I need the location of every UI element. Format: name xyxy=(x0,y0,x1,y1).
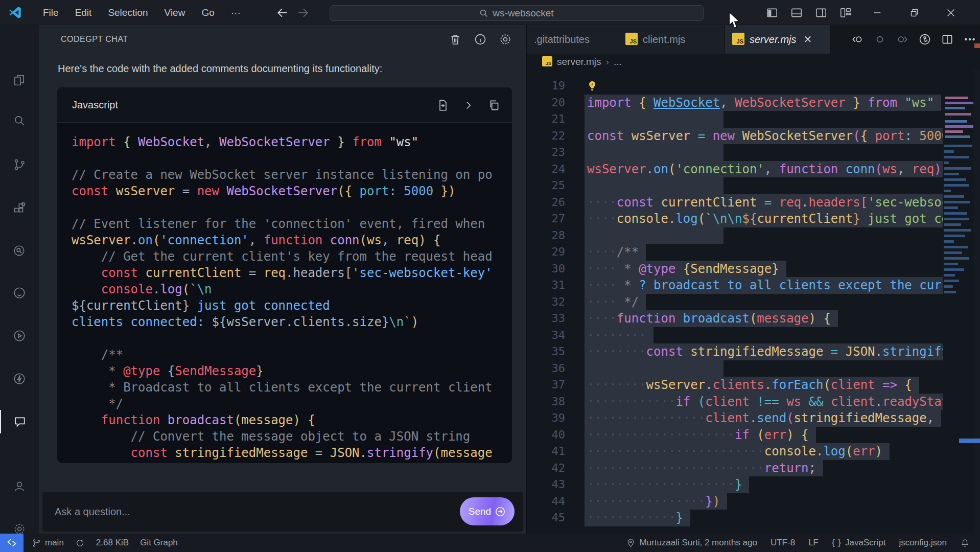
close-icon[interactable] xyxy=(945,7,956,18)
line-number: 38 xyxy=(527,394,565,410)
sync-icon xyxy=(75,538,85,548)
minimap-line xyxy=(944,212,967,215)
editor-line: 40····················if (err) { xyxy=(527,427,943,444)
activity-search-icon[interactable] xyxy=(0,109,39,132)
status-file-size[interactable]: 2.68 KiB xyxy=(96,538,129,548)
chat-code-line: wsServer.on('connection', function conn(… xyxy=(72,232,512,248)
editor-line: 21 xyxy=(527,111,943,128)
tab-server-mjs[interactable]: JSserver.mjs✕ xyxy=(725,25,830,54)
line-number: 44 xyxy=(527,493,565,510)
minimap-line xyxy=(945,102,973,104)
activity-run-circle-icon[interactable] xyxy=(0,324,39,348)
split-editor-icon[interactable] xyxy=(941,33,954,46)
window-controls xyxy=(872,0,956,25)
editor-line-text: ················client.send(stringifiedM… xyxy=(585,410,941,427)
insert-file-icon[interactable] xyxy=(436,99,450,112)
remote-indicator[interactable] xyxy=(0,534,24,552)
editor-line: 31···· * ? broadcast to all clients exce… xyxy=(527,277,943,294)
info-icon[interactable] xyxy=(474,33,487,46)
menu-item-moremoremore[interactable]: ··· xyxy=(225,5,247,20)
activity-explorer-icon[interactable] xyxy=(0,68,39,92)
activity-gitlens-inspect-icon[interactable] xyxy=(0,239,39,263)
breadcrumb-file[interactable]: server.mjs xyxy=(557,56,601,67)
menu-item-edit[interactable]: Edit xyxy=(69,5,98,20)
chat-code-line xyxy=(72,199,512,216)
send-button-label: Send xyxy=(469,506,491,517)
js-file-icon: JS xyxy=(625,33,638,46)
tab--gitattributes[interactable]: .gitattributes xyxy=(527,25,618,54)
minimap-line xyxy=(945,130,963,133)
close-tab-icon[interactable]: ✕ xyxy=(803,33,812,45)
search-icon xyxy=(479,9,488,18)
tab-client-mjs[interactable]: JSclient.mjs xyxy=(618,25,725,54)
layout-sidebar-left-icon[interactable] xyxy=(765,6,779,19)
insert-cursor-icon[interactable] xyxy=(462,99,475,112)
status-git-graph[interactable]: Git Graph xyxy=(140,538,178,548)
minimap[interactable] xyxy=(943,70,973,534)
minimap-line xyxy=(944,280,959,282)
status-blame-author[interactable]: Murtuzaali Surti, 2 months ago xyxy=(626,538,757,548)
restore-icon[interactable] xyxy=(908,7,920,18)
chat-code-line: /** xyxy=(72,347,512,363)
menu-item-view[interactable]: View xyxy=(158,5,192,20)
clear-chat-icon[interactable] xyxy=(449,33,462,46)
chat-assistant-message: Here's the code with the added comments … xyxy=(58,63,507,75)
activity-source-control-icon[interactable] xyxy=(0,153,39,176)
status-sync[interactable] xyxy=(75,538,85,548)
minimap-line xyxy=(944,206,958,209)
status-label: JavaScript xyxy=(845,538,885,548)
layout-panel-icon[interactable] xyxy=(790,6,803,19)
menu-item-go[interactable]: Go xyxy=(195,5,220,20)
status-encoding[interactable]: UTF-8 xyxy=(771,538,795,548)
status-git-branch[interactable]: main xyxy=(32,538,64,548)
editor-line-text: ········const stringifiedMessage = JSON.… xyxy=(585,343,943,360)
back-arrow-icon[interactable] xyxy=(276,6,289,19)
activity-github-icon[interactable] xyxy=(0,281,39,305)
minimap-line xyxy=(945,135,970,138)
branch-icon xyxy=(32,538,41,548)
chat-input[interactable]: Ask a question... xyxy=(55,506,130,518)
editor-line: 27····console.log(`\n\n${currentClient} … xyxy=(527,211,943,227)
code-editor[interactable]: 1920import { WebSocket, WebSocketServer … xyxy=(527,70,943,534)
editor-line: 26····const currentClient = req.headers[… xyxy=(527,194,943,211)
status-eol[interactable]: LF xyxy=(808,538,819,548)
menu-item-file[interactable]: File xyxy=(37,5,65,20)
minimap-line xyxy=(944,156,969,158)
menu-item-selection[interactable]: Selection xyxy=(102,5,154,20)
next-change-icon[interactable] xyxy=(896,33,909,46)
editor-line: 43····················} xyxy=(527,476,943,493)
prev-change-icon[interactable] xyxy=(851,33,864,46)
activity-account-icon[interactable] xyxy=(0,474,39,498)
chevron-right-icon: › xyxy=(606,56,609,67)
minimap-line xyxy=(944,268,964,271)
status-notifications[interactable] xyxy=(960,538,970,548)
editor-line-text xyxy=(585,144,724,161)
activity-extensions-icon[interactable] xyxy=(0,196,39,220)
breadcrumb[interactable]: JS server.mjs › ... xyxy=(527,54,980,70)
activity-bar xyxy=(0,25,39,534)
copy-icon[interactable] xyxy=(487,99,501,112)
breadcrumb-more[interactable]: ... xyxy=(614,56,622,67)
minimap-highlight-marker xyxy=(959,439,980,443)
settings-icon[interactable] xyxy=(499,33,512,46)
editor-scrollbar[interactable] xyxy=(973,70,980,534)
minimize-icon[interactable] xyxy=(872,7,883,18)
status-jsconfig[interactable]: jsconfig.json xyxy=(899,538,947,548)
editor-line-text: ················}) xyxy=(585,493,727,510)
open-changes-icon[interactable] xyxy=(873,33,886,46)
line-number: 32 xyxy=(527,294,565,311)
layout-customize-icon[interactable] xyxy=(839,6,852,19)
send-button[interactable]: Send xyxy=(460,497,515,525)
activity-thunder-client-icon[interactable] xyxy=(0,367,39,390)
command-center[interactable]: ws-websocket xyxy=(330,5,704,21)
line-number: 33 xyxy=(527,310,565,327)
git-graph-icon[interactable] xyxy=(918,33,931,46)
status-language-mode[interactable]: { }JavaScript xyxy=(832,538,885,548)
layout-sidebar-right-icon[interactable] xyxy=(814,6,828,19)
editor-line: 45············} xyxy=(527,510,943,526)
editor-line-text: ····function broadcast(message) { xyxy=(585,310,838,327)
forward-arrow-icon[interactable] xyxy=(296,6,310,19)
lightbulb-icon[interactable] xyxy=(586,80,598,92)
activity-codegpt-chat-icon[interactable] xyxy=(0,410,39,433)
chat-code-line: import { WebSocket, WebSocketServer } fr… xyxy=(72,134,512,150)
